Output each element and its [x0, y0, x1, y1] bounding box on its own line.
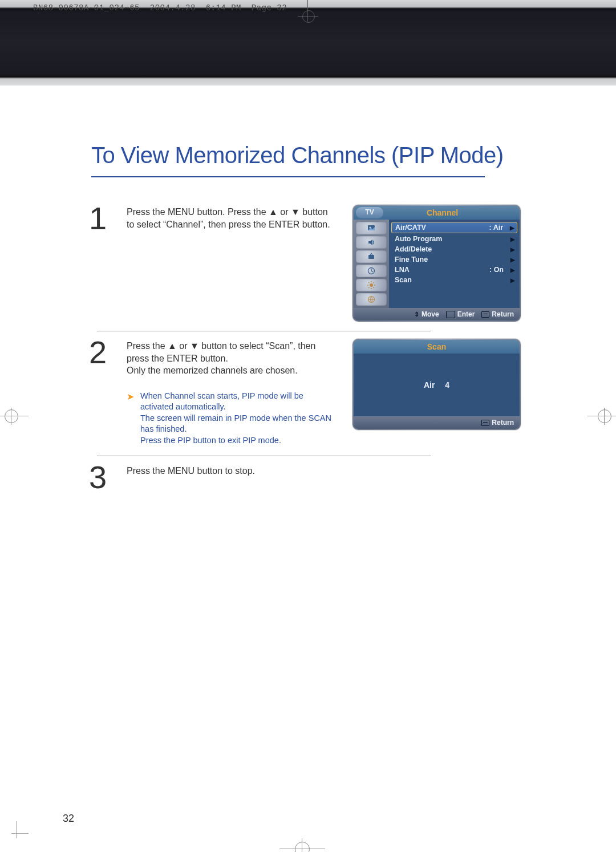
step-2-line: Press the ▲ or ▼ button to select “Scan”…	[127, 341, 315, 363]
return-icon	[481, 311, 489, 318]
up-arrow-icon: ▲	[269, 207, 278, 217]
osd-footer-hints: Return	[354, 416, 520, 429]
page: BN68-00678A-01_024~65 2004.4.28 6:14 PM …	[0, 0, 616, 852]
language-category-icon[interactable]	[356, 293, 387, 306]
step-2: 2 Press the ▲ or ▼ button to select “Sca…	[91, 334, 570, 447]
hint-return: Return	[481, 310, 514, 318]
svg-line-11	[368, 287, 370, 289]
hint-return: Return	[481, 419, 514, 427]
page-number: 32	[63, 813, 74, 825]
chevron-right-icon: ▶	[510, 236, 515, 242]
chevron-right-icon: ▶	[510, 267, 515, 273]
step-2-note: When Channel scan starts, PIP mode will …	[127, 391, 332, 447]
updown-icon: ⇕	[414, 311, 419, 318]
hint-move: ⇕Move	[414, 310, 439, 318]
step-number: 3	[89, 464, 106, 490]
down-arrow-icon: ▼	[291, 207, 300, 217]
channel-category-icon[interactable]	[356, 250, 387, 263]
step-text: Press the MENU button to stop.	[127, 464, 332, 490]
registration-mark-bottom	[279, 838, 325, 852]
registration-mark-top	[291, 0, 325, 17]
osd-header: TV Channel	[354, 206, 520, 220]
osd-item-auto-program[interactable]: Auto Program ▶	[391, 234, 517, 244]
chevron-right-icon: ▶	[510, 225, 514, 231]
time-category-icon[interactable]	[356, 265, 387, 277]
osd-tv-badge: TV	[356, 207, 383, 218]
top-decorative-band: BN68-00678A-01_024~65 2004.4.28 6:14 PM …	[0, 0, 616, 86]
scan-channel-number: 4	[445, 380, 449, 390]
step-2-extra: Only the memorized channels are chosen.	[127, 364, 332, 377]
step-text: Press the ▲ or ▼ button to select “Scan”…	[127, 339, 332, 447]
title-underline	[91, 176, 485, 177]
chevron-right-icon: ▶	[510, 257, 515, 263]
down-arrow-icon: ▼	[190, 341, 199, 351]
chevron-right-icon: ▶	[510, 246, 515, 253]
scan-source: Air	[424, 380, 435, 390]
osd-item-spacer	[391, 285, 517, 293]
return-icon	[481, 420, 489, 426]
osd-footer-hints: ⇕Move Enter Return	[354, 308, 520, 320]
osd-category-icons	[354, 220, 389, 308]
chevron-right-icon: ▶	[510, 277, 515, 283]
step-divider	[97, 456, 431, 456]
svg-line-9	[368, 282, 370, 283]
step-divider	[97, 331, 431, 331]
step-1-line: Press the MENU button. Press the ▲ or ▼ …	[127, 207, 330, 229]
osd-item-fine-tune[interactable]: Fine Tune ▶	[391, 254, 517, 265]
step-text: Press the MENU button. Press the ▲ or ▼ …	[127, 205, 332, 322]
content-area: To View Memorized Channels (PIP Mode) 1 …	[0, 86, 616, 852]
sound-category-icon[interactable]	[356, 236, 387, 249]
svg-point-4	[370, 283, 373, 287]
osd-item-add-delete[interactable]: Add/Delete ▶	[391, 244, 517, 254]
osd-title: Scan	[354, 342, 520, 351]
step-3: 3 Press the MENU button to stop.	[91, 459, 570, 490]
picture-category-icon[interactable]	[356, 222, 387, 234]
osd-item-scan[interactable]: Scan ▶	[391, 275, 517, 285]
osd-scan-body: Air 4	[354, 354, 520, 416]
osd-scan-screen: Scan Air 4 Return	[352, 339, 521, 447]
step-1: 1 Press the MENU button. Press the ▲ or …	[91, 200, 570, 322]
setup-category-icon[interactable]	[356, 279, 387, 291]
osd-header: Scan	[354, 340, 520, 354]
up-arrow-icon: ▲	[168, 341, 177, 351]
osd-item-air-catv[interactable]: Air/CATV : Air ▶	[391, 222, 517, 233]
step-number: 1	[89, 205, 106, 322]
crop-mark-bottom-left	[11, 821, 29, 838]
svg-rect-2	[368, 255, 374, 259]
osd-item-list: Air/CATV : Air ▶ Auto Program ▶	[389, 220, 520, 308]
page-title: To View Memorized Channels (PIP Mode)	[91, 143, 570, 168]
hint-enter: Enter	[446, 310, 475, 318]
enter-icon	[446, 311, 455, 318]
print-metadata: BN68-00678A-01_024~65 2004.4.28 6:14 PM …	[33, 3, 287, 13]
osd-item-lna[interactable]: LNA : On ▶	[391, 265, 517, 275]
svg-line-10	[374, 287, 375, 289]
svg-line-12	[374, 282, 375, 283]
step-number: 2	[89, 339, 106, 447]
osd-channel-menu: TV Channel	[352, 205, 521, 322]
